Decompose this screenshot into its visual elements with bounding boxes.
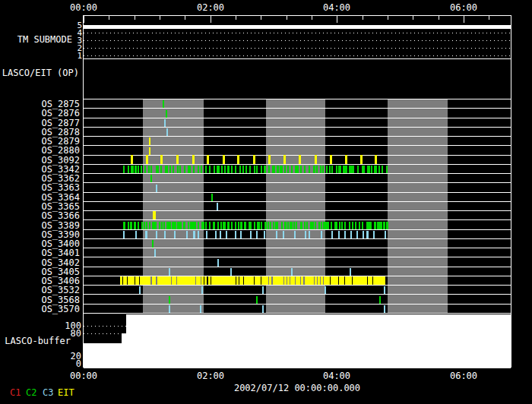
event-tick — [293, 222, 295, 229]
event-tick — [250, 231, 252, 238]
event-tick — [230, 268, 232, 276]
event-tick — [345, 155, 347, 164]
event-tick — [177, 166, 179, 173]
buffer-scale-label: 0 — [76, 359, 81, 368]
event-tick — [239, 166, 241, 173]
event-tick — [166, 128, 168, 136]
event-tick — [209, 222, 211, 229]
row-separator — [84, 219, 511, 220]
event-tick — [309, 231, 310, 238]
event-tick — [380, 222, 382, 229]
event-tick — [253, 155, 255, 164]
event-tick — [163, 100, 164, 108]
event-tick — [220, 231, 221, 238]
event-tick — [256, 296, 258, 304]
x-axis-label-top: 02:00 — [195, 3, 226, 12]
tm-panel-bottom-line — [84, 58, 511, 59]
x-axis-major-tick — [84, 16, 84, 23]
x-axis-label-top: 06:00 — [448, 3, 480, 12]
event-tick — [291, 268, 293, 276]
event-tick — [169, 222, 171, 229]
event-tick — [155, 222, 157, 229]
event-tick — [274, 166, 275, 173]
event-tick — [299, 155, 301, 164]
row-separator — [84, 173, 511, 174]
timeline-row-label: OS_3363 — [41, 183, 80, 192]
x-axis-major-tick — [464, 16, 464, 23]
event-tick — [207, 155, 209, 164]
event-tick — [138, 166, 139, 173]
event-tick — [156, 231, 157, 238]
event-tick — [128, 166, 129, 173]
event-tick — [328, 222, 329, 229]
x-axis-minor-tick — [160, 16, 160, 20]
event-tick — [266, 276, 268, 285]
x-axis-label-bottom: 02:00 — [195, 371, 226, 380]
plot-frame-right — [511, 15, 511, 368]
event-tick — [206, 231, 207, 238]
event-tick — [174, 276, 176, 285]
event-tick — [141, 222, 143, 229]
event-tick — [240, 222, 242, 229]
x-axis-minor-tick — [439, 16, 439, 20]
event-tick — [374, 222, 376, 229]
event-tick — [233, 276, 236, 285]
event-tick — [277, 166, 279, 173]
x-axis-label-bottom: 00:00 — [68, 371, 100, 380]
row-separator — [84, 145, 511, 146]
x-axis-label-bottom: 06:00 — [448, 371, 480, 380]
event-tick — [204, 276, 207, 285]
row-separator — [84, 248, 511, 248]
event-tick — [144, 222, 145, 229]
event-tick — [261, 166, 262, 173]
event-tick — [154, 249, 156, 257]
event-tick — [283, 231, 284, 238]
op-panel-label: LASCO/EIT (OP) — [2, 68, 79, 77]
event-tick — [188, 222, 189, 229]
event-tick — [159, 222, 160, 229]
event-tick — [264, 222, 267, 229]
lasco-schedule-plot: 00:0000:0002:0002:0004:0004:0006:0006:00… — [0, 0, 532, 404]
legend-item-c1: C1 — [10, 388, 21, 397]
event-tick — [293, 276, 295, 285]
event-tick — [365, 276, 367, 285]
event-tick — [322, 166, 324, 173]
event-tick — [330, 155, 332, 164]
event-tick — [270, 222, 271, 229]
event-tick — [148, 276, 150, 285]
buffer-panel-label: LASCO-buffer — [5, 336, 71, 346]
event-tick — [153, 211, 156, 219]
event-tick — [223, 155, 225, 164]
x-axis-minor-tick — [109, 16, 109, 20]
row-separator — [84, 229, 511, 230]
event-tick — [350, 268, 351, 276]
event-tick — [198, 222, 199, 229]
event-tick — [169, 296, 170, 304]
event-tick — [287, 276, 290, 285]
event-tick — [321, 231, 322, 238]
event-tick — [294, 231, 296, 238]
timeline-row-label: OS_3401 — [41, 248, 80, 257]
event-tick — [315, 276, 317, 285]
x-axis-minor-tick — [185, 16, 185, 20]
event-tick — [268, 222, 269, 229]
event-tick — [366, 231, 369, 238]
event-tick — [150, 175, 152, 182]
event-tick — [363, 231, 364, 238]
observation-window-band — [388, 99, 448, 314]
event-tick — [169, 276, 171, 285]
event-tick — [180, 222, 182, 229]
event-tick — [356, 231, 358, 238]
event-tick — [198, 276, 201, 285]
row-separator — [84, 304, 511, 305]
event-tick — [157, 166, 159, 173]
event-tick — [193, 166, 195, 173]
x-axis-label-bottom: 04:00 — [321, 371, 353, 380]
event-tick — [345, 166, 347, 173]
event-tick — [218, 166, 220, 173]
event-tick — [312, 276, 314, 285]
event-tick — [235, 222, 236, 229]
timeline-row-label: OS_3570 — [41, 305, 80, 314]
event-tick — [300, 166, 302, 173]
x-axis-minor-tick — [413, 16, 413, 20]
